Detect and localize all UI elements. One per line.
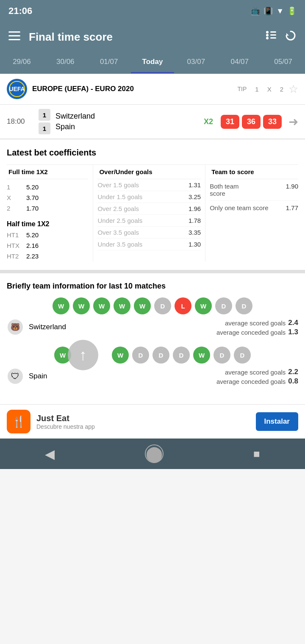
tip-x: X (267, 86, 272, 93)
result-circle: D (236, 297, 252, 314)
team-info-title: Briefly team information for last 10 mat… (7, 282, 298, 291)
spain-name: Spain (29, 372, 47, 380)
bet-coefficients-section: Latest bet coefficients Full time 1X2 1 … (0, 139, 305, 273)
league-logo: UEFA (7, 79, 27, 99)
fulltime-rows: 1 5.20 X 3.70 2 1.70 (7, 179, 88, 216)
tab-03-07[interactable]: 03/07 (174, 52, 218, 73)
svg-point-3 (266, 31, 269, 33)
menu-button[interactable] (8, 30, 20, 44)
favorite-star-icon[interactable]: ☆ (288, 83, 298, 96)
team-info-section: Briefly team information for last 10 mat… (0, 273, 305, 404)
ou-label-5: Over 3.5 goals (97, 229, 139, 236)
ft-row-2: 2 1.70 (7, 203, 88, 214)
match-time: 18:00 (7, 117, 34, 126)
nav-back-button[interactable]: ◀ (45, 447, 55, 461)
spain-block: W ↑ W D D D W D D 🛡 (7, 347, 298, 387)
result-circle: D (234, 347, 251, 364)
tab-29-06[interactable]: 29/06 (0, 52, 44, 73)
ou-label-1: Over 1.5 goals (97, 181, 139, 189)
nav-home-button[interactable]: ⬤ (145, 444, 164, 463)
ad-logo: 🍴 (7, 410, 30, 433)
result-circle: D (214, 347, 230, 364)
result-circle: D (152, 347, 169, 364)
ht-row-2: HT2 2.23 (7, 251, 88, 261)
refresh-icon[interactable] (285, 30, 297, 44)
ht-val-2: 2.23 (26, 253, 39, 260)
tab-today[interactable]: Today (131, 52, 175, 73)
result-circle: W (114, 297, 130, 314)
col-fulltime: Full time 1X2 1 5.20 X 3.70 2 1.70 Half … (7, 165, 93, 261)
tts-header: Team to score (210, 165, 298, 179)
svg-rect-1 (8, 35, 20, 36)
ft-val-2: 1.70 (26, 205, 39, 212)
switzerland-conceded-label: average conceded goals (216, 329, 286, 336)
switzerland-name: Switzerland (29, 323, 66, 331)
tab-05-07[interactable]: 05/07 (261, 52, 305, 73)
ht-val-1: 5.20 (26, 231, 39, 239)
switzerland-stats: average scored goals 2.4 average concede… (216, 319, 298, 337)
spain-team-row: 🛡 Spain (7, 368, 47, 385)
svg-marker-9 (286, 33, 289, 36)
svg-rect-8 (270, 37, 276, 39)
ad-banner: 🍴 Just Eat Descubre nuestra app Instalar (0, 404, 305, 439)
match-teams: Switzerland Spain (55, 112, 200, 131)
match-badge-1: 31 (221, 115, 239, 129)
fulltime-header: Full time 1X2 (7, 165, 88, 179)
ou-val-4: 1.78 (189, 217, 201, 224)
result-circle: W (134, 297, 151, 314)
ht-row-1: HT1 5.20 (7, 230, 88, 240)
ad-install-button[interactable]: Instalar (256, 412, 298, 431)
svg-rect-4 (270, 31, 276, 33)
svg-rect-6 (270, 34, 276, 36)
ft-label-x: X (7, 194, 24, 201)
ou-row-3: Over 2.5 goals 1.96 (97, 203, 201, 215)
result-circle: D (215, 297, 232, 314)
nav-recents-button[interactable]: ■ (253, 447, 260, 461)
spain-scored-value: 2.2 (288, 368, 298, 376)
list-icon[interactable] (265, 30, 276, 44)
ht-label-x: HTX (7, 242, 24, 249)
halftime-rows: HT1 5.20 HTX 2.16 HT2 2.23 (7, 230, 88, 261)
team-home: Switzerland (55, 112, 200, 121)
ht-label-1: HT1 (7, 231, 24, 239)
match-badge-3: 33 (263, 115, 282, 129)
date-tabs: 29/06 30/06 01/07 Today 03/07 04/07 05/0… (0, 52, 305, 74)
result-circle: W (93, 297, 110, 314)
switzerland-scored-label: average scored goals (225, 319, 286, 327)
switzerland-conceded-row: average conceded goals 1.3 (216, 328, 298, 336)
ou-label-3: Over 2.5 goals (97, 205, 139, 212)
page-title: Final time score (29, 31, 257, 44)
spain-scored-label: average scored goals (225, 369, 286, 376)
tip-2: 2 (280, 86, 283, 93)
match-badges: 31 36 33 (221, 115, 282, 129)
tab-30-06[interactable]: 30/06 (44, 52, 87, 73)
ou-label-6: Under 3.5 goals (97, 241, 142, 248)
svg-text:🛡: 🛡 (11, 372, 19, 381)
tab-01-07[interactable]: 01/07 (87, 52, 131, 73)
ou-val-2: 3.25 (189, 193, 201, 200)
switzerland-scored-row: average scored goals 2.4 (216, 319, 298, 327)
match-score-home: 1 (39, 109, 50, 121)
match-arrow-icon[interactable]: ➜ (288, 115, 298, 129)
league-tips: TIP 1 X 2 (238, 86, 283, 93)
result-circle: D (173, 347, 190, 364)
team-away: Spain (55, 122, 200, 131)
switzerland-results: W W W W W D L W D D (7, 297, 298, 314)
match-score-away: 1 (39, 122, 50, 134)
ou-row-5: Over 3.5 goals 3.35 (97, 227, 201, 239)
tts-val-2: 1.77 (286, 204, 298, 211)
upload-overlay: ↑ (68, 340, 98, 370)
spain-info-row: 🛡 Spain average scored goals 2.2 average… (7, 368, 298, 387)
ft-val-x: 3.70 (26, 194, 39, 201)
ou-label-2: Under 1.5 goals (97, 193, 142, 200)
ou-label-4: Under 2.5 goals (97, 217, 142, 224)
battery-icon: 🔋 (287, 6, 297, 16)
result-circle: W (195, 297, 212, 314)
tab-04-07[interactable]: 04/07 (218, 52, 261, 73)
result-circle: D (154, 297, 171, 314)
ht-label-2: HT2 (7, 253, 24, 260)
svg-text:🐻: 🐻 (11, 322, 20, 332)
result-circle: W (53, 297, 69, 314)
match-scores: 1 1 (39, 109, 51, 134)
result-circle: W (112, 347, 129, 364)
